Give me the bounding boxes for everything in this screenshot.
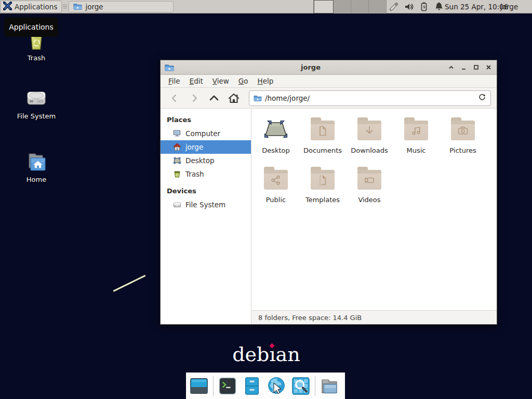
workspace-switcher[interactable]: [313, 0, 387, 14]
statusbar: 8 folders, Free space: 14.4 GiB: [251, 310, 497, 324]
file-label: Pictures: [440, 147, 486, 154]
show-desktop-icon[interactable]: [189, 376, 209, 396]
reload-icon[interactable]: [478, 93, 486, 103]
desktop-icon: [173, 156, 181, 165]
places-header: Places: [161, 113, 251, 127]
desktop-icon-home[interactable]: Home: [13, 151, 60, 183]
applications-label: Applications: [15, 3, 57, 11]
forward-button[interactable]: [185, 90, 203, 106]
debian-logo: debıan: [223, 343, 309, 367]
menu-view[interactable]: View: [208, 77, 234, 85]
window-title: jorge: [174, 63, 447, 71]
maximize-button[interactable]: [472, 63, 480, 71]
file-manager-icon[interactable]: [242, 376, 262, 396]
applications-menu-button[interactable]: Applications: [1, 1, 62, 13]
volume-icon[interactable]: [404, 2, 414, 12]
file-item-music[interactable]: Music: [393, 118, 440, 167]
terminal-icon[interactable]: [217, 376, 238, 396]
web-browser-icon[interactable]: [266, 376, 287, 396]
titlebar[interactable]: jorge: [161, 60, 497, 75]
close-button[interactable]: [485, 63, 493, 71]
menu-file[interactable]: File: [164, 77, 185, 85]
minimize-button[interactable]: [460, 63, 468, 71]
workspace-3[interactable]: [351, 0, 369, 14]
file-item-pictures[interactable]: Pictures: [440, 118, 486, 167]
desktop-trapezoid-icon: [263, 118, 288, 143]
notifications-bell-icon[interactable]: [434, 2, 444, 12]
file-label: Videos: [346, 196, 393, 204]
file-label: Documents: [299, 147, 346, 154]
file-item-templates[interactable]: Templates: [299, 167, 346, 217]
tooltip-text: Applications: [9, 23, 54, 31]
taskbar-window-button[interactable]: jorge: [69, 1, 174, 12]
clipman-icon[interactable]: [389, 2, 399, 12]
folder-templates-icon: [310, 167, 335, 192]
workspace-4[interactable]: [369, 0, 387, 14]
applications-icon: [3, 2, 12, 12]
menu-help[interactable]: Help: [253, 77, 278, 85]
desktop-icon-label: File System: [13, 112, 60, 120]
home-folder-icon: [25, 151, 48, 174]
file-item-documents[interactable]: Documents: [299, 118, 346, 167]
app-finder-icon[interactable]: [290, 376, 311, 396]
home-button[interactable]: [225, 90, 243, 106]
folder-documents-icon: [310, 118, 335, 143]
sidebar-item-trash[interactable]: Trash: [161, 167, 251, 181]
sidebar: Places Computer jorge: [161, 109, 251, 324]
window-folder-icon: [165, 63, 174, 72]
file-item-public[interactable]: Public: [252, 167, 299, 217]
workspace-2[interactable]: [334, 0, 351, 14]
sidebar-item-jorge[interactable]: jorge: [161, 140, 251, 154]
desktop-icon-file-system[interactable]: File System: [13, 87, 60, 120]
path-folder-icon: [254, 95, 262, 102]
folder-music-icon: [404, 118, 429, 143]
back-button[interactable]: [166, 90, 183, 106]
file-label: Downloads: [346, 147, 393, 154]
path-input[interactable]: [265, 94, 475, 102]
taskbar-window-label: jorge: [85, 3, 103, 11]
up-button[interactable]: [205, 90, 223, 106]
sidebar-item-label: Desktop: [185, 156, 215, 165]
sidebar-item-file-system[interactable]: File System: [161, 198, 251, 211]
sidebar-item-desktop[interactable]: Desktop: [161, 154, 251, 167]
statusbar-text: 8 folders, Free space: 14.4 GiB: [258, 314, 362, 322]
panel-username[interactable]: jorge: [500, 0, 518, 14]
file-item-desktop[interactable]: Desktop: [252, 118, 299, 167]
file-label: Public: [252, 196, 299, 204]
sidebar-item-label: jorge: [185, 143, 203, 151]
hard-drive-icon: [25, 87, 48, 110]
trash-icon: [173, 170, 181, 178]
sidebar-item-label: Trash: [185, 170, 204, 178]
folder-downloads-icon: [357, 118, 382, 143]
desktop-icon-label: Trash: [13, 54, 60, 62]
file-label: Desktop: [252, 147, 299, 154]
file-manager-window: jorge File Edit View Go Help: [160, 60, 497, 325]
file-item-downloads[interactable]: Downloads: [346, 118, 393, 167]
dock-separator: [213, 376, 214, 396]
file-item-videos[interactable]: Videos: [346, 167, 393, 217]
harddisk-icon: [173, 201, 181, 209]
dock-separator: [315, 376, 315, 396]
folder-public-icon: [263, 167, 288, 192]
computer-icon: [173, 129, 181, 138]
folder-videos-icon: [357, 167, 382, 192]
devices-header: Devices: [161, 184, 251, 198]
menu-edit[interactable]: Edit: [185, 77, 208, 85]
toolbar: [161, 88, 497, 109]
menubar: File Edit View Go Help: [161, 75, 497, 88]
workspace-1[interactable]: [314, 0, 334, 14]
battery-icon[interactable]: [419, 2, 429, 12]
panel-clock[interactable]: Sun 25 Apr, 10:06: [445, 0, 508, 14]
dock-panel: [186, 373, 345, 399]
applications-tooltip: Applications: [4, 17, 58, 37]
directory-menu-icon[interactable]: [319, 376, 340, 396]
sidebar-item-label: Computer: [185, 129, 220, 138]
window-folder-icon: [73, 3, 82, 10]
location-bar[interactable]: [249, 90, 491, 106]
file-label: Music: [393, 147, 440, 154]
menu-go[interactable]: Go: [234, 77, 253, 85]
panel-handle[interactable]: [63, 2, 67, 11]
sidebar-item-computer[interactable]: Computer: [161, 127, 251, 140]
top-panel: Applications jorge: [0, 0, 532, 14]
shade-button[interactable]: [447, 63, 455, 71]
